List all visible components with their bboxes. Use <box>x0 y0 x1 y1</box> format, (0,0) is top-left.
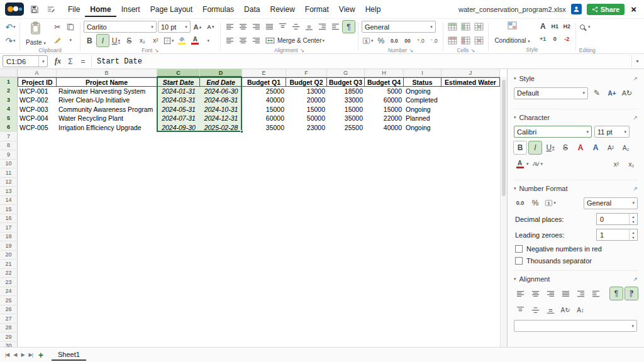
cell-J23[interactable] <box>441 278 500 287</box>
sidebar-outline-icon[interactable]: A <box>589 141 602 154</box>
last-sheet-icon[interactable]: ▶| <box>29 352 33 358</box>
cell-H6[interactable]: 40000 <box>365 123 404 133</box>
cell-C22[interactable] <box>157 269 200 278</box>
sidebar-stacked-text-icon[interactable]: A↕ <box>574 304 587 316</box>
cell-D21[interactable] <box>200 260 242 269</box>
cell-A12[interactable] <box>18 178 57 187</box>
cell-B4[interactable]: Community Awareness Program <box>57 105 157 114</box>
sidebar-underline-icon[interactable]: U▾ <box>544 141 557 154</box>
cell-G30[interactable] <box>327 342 365 348</box>
cell-E28[interactable] <box>242 324 286 333</box>
previous-sheet-icon[interactable]: ◀ <box>13 352 16 358</box>
cell-F13[interactable] <box>286 187 327 196</box>
cell-I11[interactable] <box>404 168 441 178</box>
conditional-button[interactable]: Conditional ▾ <box>492 21 532 45</box>
cell-F27[interactable] <box>286 314 327 324</box>
cell-D23[interactable] <box>200 278 242 287</box>
background-color-icon[interactable] <box>176 35 188 47</box>
cell-I28[interactable] <box>404 324 441 333</box>
cell-D7[interactable] <box>200 132 242 141</box>
cell-J29[interactable] <box>441 332 500 342</box>
cell-A3[interactable]: WCP-002 <box>18 96 57 105</box>
cell-C12[interactable] <box>157 178 200 187</box>
cell-F10[interactable] <box>286 160 327 169</box>
row-header-20[interactable]: 20 <box>0 251 18 260</box>
cell-A21[interactable] <box>18 260 57 269</box>
number-format-select[interactable]: General▾ <box>362 21 436 33</box>
cell-I14[interactable] <box>404 196 441 206</box>
column-header-A[interactable]: A <box>18 69 57 77</box>
cell-H8[interactable] <box>365 141 404 151</box>
character-spacing-icon[interactable]: AV▾ <box>531 158 544 170</box>
cell-A25[interactable] <box>18 296 57 305</box>
cell-J24[interactable] <box>441 287 500 297</box>
cell-E27[interactable] <box>242 314 286 324</box>
cell-J15[interactable] <box>441 205 500 214</box>
font-color-icon[interactable]: A <box>189 35 201 47</box>
redo-button[interactable]: ↷▾ <box>4 35 16 47</box>
cell-F19[interactable] <box>286 241 327 251</box>
cell-C1[interactable]: Start Date <box>157 77 200 87</box>
grow-font-icon[interactable]: A▲ <box>192 21 204 33</box>
cell-A2[interactable]: WCP-001 <box>18 87 57 96</box>
cell-A17[interactable] <box>18 223 57 233</box>
cell-I9[interactable] <box>404 150 441 160</box>
cell-F16[interactable] <box>286 214 327 224</box>
column-header-C[interactable]: C <box>157 69 200 77</box>
cell-A29[interactable] <box>18 332 57 342</box>
new-style-icon[interactable]: A+ <box>606 87 618 99</box>
cell-C24[interactable] <box>157 287 200 297</box>
cell-I23[interactable] <box>404 278 441 287</box>
align-center-icon[interactable] <box>237 21 249 33</box>
cell-G9[interactable] <box>327 150 365 160</box>
cell-G15[interactable] <box>327 205 365 214</box>
menu-page-layout[interactable]: Page Layout <box>145 1 197 17</box>
cell-A4[interactable]: WCP-003 <box>18 105 57 114</box>
cell-F20[interactable] <box>286 251 327 260</box>
cell-E2[interactable]: 25000 <box>242 87 286 96</box>
cell-J12[interactable] <box>441 178 500 187</box>
sidebar-align-left-icon[interactable] <box>514 287 526 300</box>
collapse-style-icon[interactable]: ▾ <box>514 76 516 81</box>
font-size-select[interactable]: 10 pt▾ <box>158 21 191 33</box>
cell-B18[interactable] <box>57 233 157 242</box>
row-header-28[interactable]: 28 <box>0 324 18 333</box>
cell-G26[interactable] <box>327 305 365 315</box>
menu-formulas[interactable]: Formulas <box>197 1 239 17</box>
cell-D6[interactable]: 2025-02-28 <box>200 123 242 133</box>
cell-A13[interactable] <box>18 187 57 196</box>
cell-E24[interactable] <box>242 287 286 297</box>
cell-A8[interactable] <box>18 141 57 151</box>
cell-E17[interactable] <box>242 223 286 233</box>
sidebar-italic-icon[interactable]: I <box>529 141 541 154</box>
cell-C9[interactable] <box>157 150 200 160</box>
cell-H7[interactable] <box>365 132 404 141</box>
cell-E3[interactable]: 40000 <box>242 96 286 105</box>
menu-view[interactable]: View <box>334 1 360 17</box>
cell-D18[interactable] <box>200 233 242 242</box>
cell-C18[interactable] <box>157 233 200 242</box>
cell-F29[interactable] <box>286 332 327 342</box>
cell-I25[interactable] <box>404 296 441 305</box>
cell-D28[interactable] <box>200 324 242 333</box>
cell-I16[interactable] <box>404 214 441 224</box>
cell-J4[interactable] <box>441 105 500 114</box>
cell-H22[interactable] <box>365 269 404 278</box>
cell-H29[interactable] <box>365 332 404 342</box>
number-format-decimal-icon[interactable]: 0.0 <box>388 35 400 47</box>
cell-B16[interactable] <box>57 214 157 224</box>
cell-D17[interactable] <box>200 223 242 233</box>
cell-E22[interactable] <box>242 269 286 278</box>
cell-G8[interactable] <box>327 141 365 151</box>
cell-A10[interactable] <box>18 160 57 169</box>
close-icon[interactable]: × <box>630 4 638 14</box>
cell-G18[interactable] <box>327 233 365 242</box>
cell-I18[interactable] <box>404 233 441 242</box>
cell-A23[interactable] <box>18 278 57 287</box>
cell-J20[interactable] <box>441 251 500 260</box>
cell-I13[interactable] <box>404 187 441 196</box>
style-heading2-button[interactable]: H2 <box>562 21 572 31</box>
cell-F23[interactable] <box>286 278 327 287</box>
row-header-10[interactable]: 10 <box>0 160 18 169</box>
cell-J28[interactable] <box>441 324 500 333</box>
